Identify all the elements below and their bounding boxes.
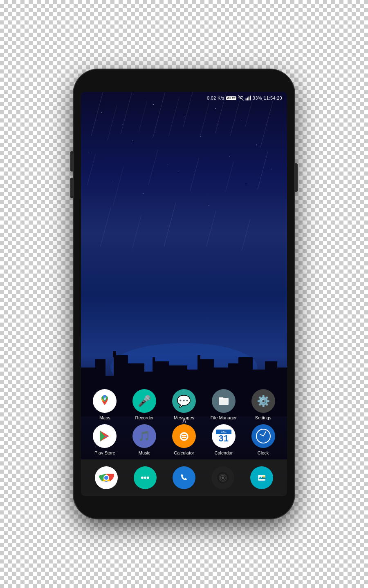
filemanager-icon[interactable]: [212, 389, 236, 413]
dock-gallery[interactable]: [250, 466, 273, 489]
network-speed: 0.02 K/s: [207, 96, 224, 100]
svg-point-39: [177, 471, 191, 485]
app-recorder[interactable]: 🎤 Recorder: [127, 389, 162, 420]
settings-icon[interactable]: ⚙️: [251, 389, 275, 413]
svg-point-47: [263, 476, 265, 478]
phone-icon[interactable]: [173, 466, 195, 489]
calendar-inner: CAL 31: [216, 430, 231, 443]
camera-icon[interactable]: [211, 466, 234, 489]
music-icon[interactable]: 🎵: [132, 424, 156, 448]
playstore-label: Play Store: [94, 450, 115, 455]
bubble-icon: 💬: [177, 394, 191, 408]
clock-label: Clock: [258, 450, 269, 455]
volume-down-button[interactable]: [70, 178, 73, 198]
calculator-label: Calculator: [174, 450, 194, 455]
battery-percent: 33%: [253, 96, 262, 100]
app-row-2: Play Store 🎵 Music ⊜ Calculator: [81, 424, 287, 455]
chrome-icon[interactable]: [95, 466, 118, 489]
filemanager-label: File Manager: [211, 415, 237, 420]
svg-point-44: [222, 477, 224, 479]
svg-rect-14: [197, 355, 200, 361]
swipe-up-indicator[interactable]: ∧: [182, 416, 187, 425]
dock-phone[interactable]: [173, 466, 195, 489]
app-settings[interactable]: ⚙️ Settings: [246, 389, 280, 420]
maps-icon[interactable]: G: [93, 389, 117, 413]
settings-label: Settings: [255, 415, 272, 420]
maps-label: Maps: [99, 415, 110, 420]
calendar-icon[interactable]: CAL 31: [212, 424, 236, 448]
app-filemanager[interactable]: File Manager: [206, 389, 241, 420]
svg-rect-10: [153, 357, 155, 363]
music-label: Music: [139, 450, 150, 455]
svg-rect-24: [248, 97, 249, 100]
svg-point-38: [147, 477, 149, 479]
gallery-icon[interactable]: [250, 466, 273, 489]
clock-hour-hand: [259, 434, 263, 437]
dock-messages[interactable]: [134, 466, 157, 489]
calendar-label: Calendar: [214, 450, 233, 455]
app-maps[interactable]: G Maps: [88, 389, 122, 420]
signal-icon: [245, 95, 251, 101]
mic-icon: 🎤: [138, 395, 151, 408]
dock-chrome[interactable]: [95, 466, 118, 489]
svg-point-34: [104, 476, 108, 480]
svg-point-37: [144, 477, 146, 479]
messages-icon[interactable]: 💬: [172, 389, 196, 413]
app-calculator[interactable]: ⊜ Calculator: [166, 424, 201, 455]
power-button[interactable]: [295, 163, 298, 192]
app-clock[interactable]: Clock: [246, 424, 280, 455]
dock: [81, 459, 287, 496]
calculator-icon[interactable]: ⊜: [172, 424, 196, 448]
wifi-icon: [238, 95, 244, 101]
svg-rect-6: [113, 351, 116, 357]
chat-icon[interactable]: [134, 466, 157, 489]
phone-screen: 0.02 K/s VoLTE 33% 11:54:20: [81, 92, 287, 496]
clock-icon[interactable]: [251, 424, 275, 448]
svg-point-36: [141, 477, 144, 479]
svg-text:G: G: [103, 397, 106, 400]
playstore-icon[interactable]: [93, 424, 117, 448]
calculator-symbol: ⊜: [179, 429, 189, 443]
svg-rect-30: [219, 397, 223, 399]
app-playstore[interactable]: Play Store: [88, 424, 122, 455]
status-bar: 0.02 K/s VoLTE 33% 11:54:20: [81, 92, 287, 104]
phone-device: 0.02 K/s VoLTE 33% 11:54:20: [74, 69, 294, 519]
clock-time: 11:54:20: [264, 96, 282, 100]
svg-rect-22: [245, 98, 246, 100]
volume-up-button[interactable]: [70, 151, 73, 172]
clock-face: [256, 429, 271, 443]
app-music[interactable]: 🎵 Music: [127, 424, 162, 455]
dock-camera[interactable]: [211, 466, 234, 489]
music-note-icon: 🎵: [138, 430, 150, 442]
recorder-icon[interactable]: 🎤: [132, 389, 156, 413]
recorder-label: Recorder: [135, 415, 154, 420]
chevron-up-icon: ∧: [182, 416, 187, 424]
svg-rect-25: [250, 96, 251, 100]
calendar-day: 31: [219, 434, 229, 443]
app-calendar[interactable]: CAL 31 Calendar: [206, 424, 241, 455]
volte-badge: VoLTE: [226, 96, 236, 100]
gear-icon: ⚙️: [257, 395, 270, 408]
svg-rect-23: [247, 98, 248, 100]
clock-minute-hand: [263, 431, 266, 436]
